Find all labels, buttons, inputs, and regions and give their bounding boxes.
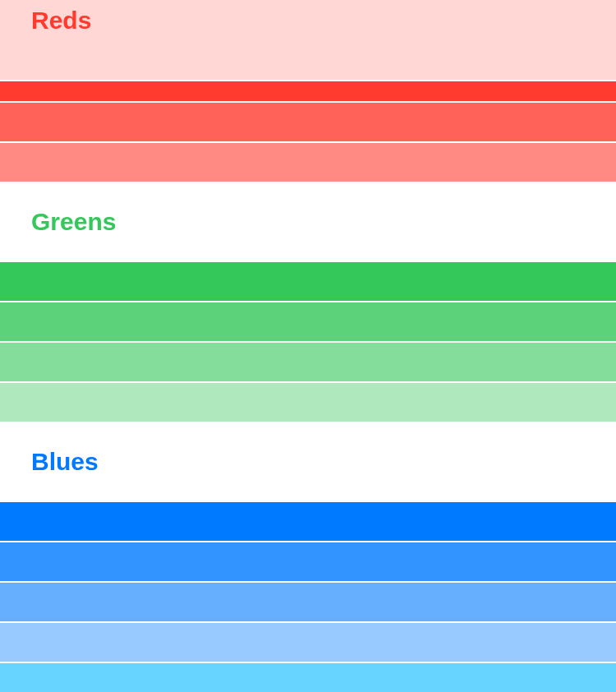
section-header-greens[interactable]: Greens — [0, 182, 616, 262]
list-item[interactable] — [0, 623, 616, 662]
list-item[interactable] — [0, 583, 616, 621]
list-item[interactable] — [0, 81, 616, 101]
list-item[interactable] — [0, 143, 616, 182]
section-title-blues: Blues — [31, 448, 99, 476]
list-item[interactable] — [0, 40, 616, 80]
list-item[interactable] — [0, 262, 616, 301]
list-item[interactable] — [0, 383, 616, 422]
list-item[interactable] — [0, 302, 616, 341]
list-item[interactable] — [0, 663, 616, 692]
list-item[interactable] — [0, 502, 616, 541]
section-header-reds[interactable]: Reds — [0, 0, 616, 40]
list-item[interactable] — [0, 542, 616, 581]
list-item[interactable] — [0, 103, 616, 141]
section-title-greens: Greens — [31, 208, 116, 236]
list-item[interactable] — [0, 343, 616, 381]
section-title-reds: Reds — [31, 7, 91, 35]
color-list: Reds Greens Blues — [0, 0, 616, 692]
section-header-blues[interactable]: Blues — [0, 422, 616, 502]
